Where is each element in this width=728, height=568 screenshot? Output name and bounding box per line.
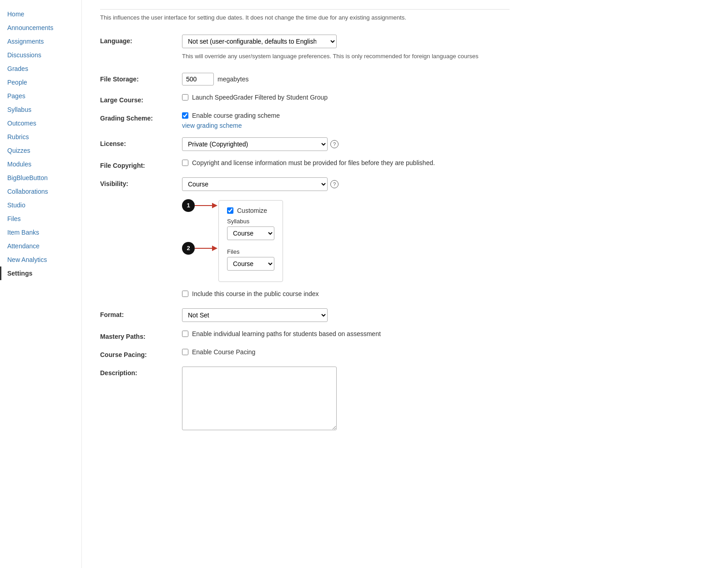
license-control: Private (Copyrighted) ? <box>182 137 510 151</box>
mastery-paths-checkbox[interactable] <box>182 331 188 337</box>
customize-checkbox-row: Customize <box>227 207 274 214</box>
sidebar-item-files[interactable]: Files <box>0 212 81 226</box>
public-course-row: Include this course in the public course… <box>100 290 510 300</box>
visibility-select[interactable]: Course <box>182 177 328 191</box>
syllabus-select[interactable]: Course <box>227 226 274 240</box>
annotation-2-row: 2 <box>182 242 218 255</box>
language-note: This will override any user/system langu… <box>182 52 510 61</box>
description-label: Description: <box>100 367 182 377</box>
grading-scheme-checkbox-row: Enable course grading scheme <box>182 112 510 119</box>
grading-scheme-checkbox[interactable] <box>182 112 188 119</box>
license-label: License: <box>100 137 182 147</box>
visibility-control: Course ? 1 <box>182 177 510 282</box>
file-storage-input[interactable] <box>182 73 214 85</box>
description-textarea[interactable] <box>182 367 337 430</box>
license-row: License: Private (Copyrighted) ? <box>100 137 510 151</box>
large-course-control: Launch SpeedGrader Filtered by Student G… <box>182 94 510 104</box>
sidebar-item-people[interactable]: People <box>0 75 81 89</box>
settings-form: This influences the user interface for s… <box>100 9 510 432</box>
annotation-badge-2: 2 <box>182 242 195 255</box>
sidebar-item-home[interactable]: Home <box>0 7 81 21</box>
file-copyright-checkbox-label: Copyright and license information must b… <box>192 159 435 166</box>
course-pacing-label: Course Pacing: <box>100 348 182 358</box>
large-course-row: Large Course: Launch SpeedGrader Filtere… <box>100 94 510 104</box>
customize-checkbox[interactable] <box>227 207 233 214</box>
course-pacing-checkbox-label: Enable Course Pacing <box>192 348 255 356</box>
sidebar-item-attendance[interactable]: Attendance <box>0 239 81 253</box>
sidebar-item-collaborations[interactable]: Collaborations <box>0 185 81 198</box>
visibility-help-icon[interactable]: ? <box>330 180 339 188</box>
annotation-arrow-1 <box>195 201 218 210</box>
sidebar-item-new-analytics[interactable]: New Analytics <box>0 253 81 266</box>
visibility-row: Visibility: Course ? 1 <box>100 177 510 282</box>
sidebar-item-announcements[interactable]: Announcements <box>0 21 81 35</box>
mastery-paths-control: Enable individual learning paths for stu… <box>182 330 510 340</box>
sidebar-item-item-banks[interactable]: Item Banks <box>0 226 81 239</box>
file-copyright-row: File Copyright: Copyright and license in… <box>100 159 510 169</box>
description-row: Description: <box>100 367 510 432</box>
grading-scheme-row: Grading Scheme: Enable course grading sc… <box>100 112 510 129</box>
description-control <box>182 367 510 432</box>
public-course-control: Include this course in the public course… <box>182 290 510 300</box>
public-course-checkbox-row: Include this course in the public course… <box>182 290 510 297</box>
language-select[interactable]: Not set (user-configurable, defaults to … <box>182 35 337 48</box>
grading-scheme-checkbox-label: Enable course grading scheme <box>192 112 280 119</box>
sidebar-item-rubrics[interactable]: Rubrics <box>0 130 81 144</box>
sidebar-item-bigbluebutton[interactable]: BigBlueButton <box>0 171 81 185</box>
sidebar-item-outcomes[interactable]: Outcomes <box>0 116 81 130</box>
large-course-checkbox-label: Launch SpeedGrader Filtered by Student G… <box>192 94 328 101</box>
sidebar-item-studio[interactable]: Studio <box>0 198 81 212</box>
annotation-badge-1: 1 <box>182 199 195 212</box>
license-select[interactable]: Private (Copyrighted) <box>182 137 328 151</box>
customize-label: Customize <box>237 207 267 214</box>
grading-scheme-control: Enable course grading scheme view gradin… <box>182 112 510 129</box>
sidebar-item-pages[interactable]: Pages <box>0 89 81 103</box>
grading-scheme-label: Grading Scheme: <box>100 112 182 122</box>
public-course-checkbox-label: Include this course in the public course… <box>192 290 319 297</box>
large-course-checkbox[interactable] <box>182 94 188 101</box>
sidebar-item-discussions[interactable]: Discussions <box>0 48 81 62</box>
course-pacing-checkbox-row: Enable Course Pacing <box>182 348 510 356</box>
course-pacing-row: Course Pacing: Enable Course Pacing <box>100 348 510 358</box>
file-copyright-checkbox[interactable] <box>182 160 188 166</box>
visibility-label: Visibility: <box>100 177 182 187</box>
mastery-paths-checkbox-label: Enable individual learning paths for stu… <box>192 330 381 337</box>
format-select[interactable]: Not Set <box>182 308 328 322</box>
course-pacing-checkbox[interactable] <box>182 349 188 355</box>
view-grading-scheme-link[interactable]: view grading scheme <box>182 122 242 129</box>
mastery-paths-checkbox-row: Enable individual learning paths for stu… <box>182 330 510 337</box>
files-label: Files <box>227 248 274 255</box>
syllabus-label: Syllabus <box>227 218 274 225</box>
visibility-panel-wrapper: 1 2 <box>182 196 510 282</box>
large-course-label: Large Course: <box>100 94 182 104</box>
file-copyright-control: Copyright and license information must b… <box>182 159 510 169</box>
files-select[interactable]: Course <box>227 257 274 271</box>
mastery-paths-label: Mastery Paths: <box>100 330 182 340</box>
public-course-checkbox[interactable] <box>182 291 188 297</box>
sidebar-item-settings[interactable]: Settings <box>0 266 81 280</box>
file-copyright-label: File Copyright: <box>100 159 182 169</box>
mastery-paths-row: Mastery Paths: Enable individual learnin… <box>100 330 510 340</box>
annotations-column: 1 2 <box>182 196 218 255</box>
license-help-icon[interactable]: ? <box>330 140 339 148</box>
language-control: Not set (user-configurable, defaults to … <box>182 35 510 65</box>
sidebar: HomeAnnouncementsAssignmentsDiscussionsG… <box>0 0 82 568</box>
visibility-panel: Customize Syllabus Course Files Course <box>218 200 283 282</box>
course-pacing-control: Enable Course Pacing <box>182 348 510 358</box>
sidebar-item-modules[interactable]: Modules <box>0 157 81 171</box>
language-label: Language: <box>100 35 182 45</box>
file-storage-unit: megabytes <box>217 75 248 83</box>
sidebar-item-grades[interactable]: Grades <box>0 62 81 75</box>
main-content: This influences the user interface for s… <box>82 0 728 568</box>
large-course-checkbox-row: Launch SpeedGrader Filtered by Student G… <box>182 94 510 101</box>
language-row: Language: Not set (user-configurable, de… <box>100 35 510 65</box>
file-storage-control: megabytes <box>182 73 510 85</box>
format-label: Format: <box>100 308 182 318</box>
format-control: Not Set <box>182 308 510 322</box>
annotation-arrow-2 <box>195 244 218 253</box>
sidebar-item-quizzes[interactable]: Quizzes <box>0 144 81 157</box>
file-storage-row: File Storage: megabytes <box>100 73 510 85</box>
sidebar-item-assignments[interactable]: Assignments <box>0 35 81 48</box>
file-copyright-checkbox-row: Copyright and license information must b… <box>182 159 510 166</box>
sidebar-item-syllabus[interactable]: Syllabus <box>0 103 81 116</box>
